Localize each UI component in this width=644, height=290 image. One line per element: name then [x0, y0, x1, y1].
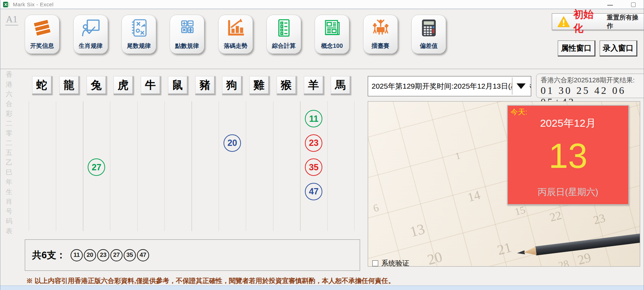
toolbar-button-zodiac-rules[interactable]: 生肖规律 — [73, 15, 108, 54]
excel-icon — [3, 1, 10, 8]
title-bar: Mark Six - Excel — [0, 0, 644, 9]
today-label: 今天: — [511, 107, 527, 117]
toolbar-label: 概念100 — [315, 42, 349, 50]
summary-prefix: 共6支： — [32, 249, 66, 261]
summary-ball: 27 — [110, 249, 123, 261]
checkbox-icon[interactable] — [372, 260, 378, 266]
toolbar-button-tail-rules[interactable]: 尾数规律 — [122, 15, 156, 54]
toolbar-button-points-rules[interactable]: 點數規律 — [170, 15, 204, 54]
presenter-board-icon — [81, 18, 101, 38]
last-result-title: 香港六合彩2025128期开奖结果: — [541, 76, 644, 85]
toolbar-button-arena[interactable]: 擂臺賽 — [363, 15, 398, 54]
toolbar-button-trend[interactable]: 落碼走勢 — [218, 15, 253, 54]
toolbar-label: 綜合計算 — [267, 42, 301, 50]
summary-box: 共6支： 11 20 23 27 35 47 — [25, 239, 360, 271]
calculator-icon — [419, 18, 439, 38]
disclaimer-text: ※ 以上内容引用香港正版六合彩資料,僅提供參考，不保證其正確性，閱覽者若用於投資… — [26, 276, 395, 285]
summary-ball: 47 — [137, 249, 149, 261]
faint-calendar-number: 29 — [576, 250, 593, 267]
toolbar-label: 生肖规律 — [74, 42, 108, 50]
zodiac-button-rooster[interactable]: 雞 — [249, 76, 270, 95]
toolbar-button-compute[interactable]: 綜合計算 — [266, 15, 301, 54]
draw-period-value: 2025年第129期开奖时间:2025年12月13日(星期六) — [372, 76, 531, 96]
faint-calendar-number: 6 — [372, 202, 380, 215]
summary-ball: 20 — [84, 249, 96, 261]
zodiac-button-rat[interactable]: 鼠 — [168, 76, 188, 95]
properties-window-button[interactable]: 属性窗口 — [558, 40, 595, 57]
faint-calendar-number: 22 — [548, 208, 563, 224]
initialize-sublabel: 重置所有操作 — [607, 13, 644, 30]
zodiac-button-rabbit[interactable]: 兔 — [87, 76, 107, 95]
faint-calendar-number: 28 — [557, 258, 570, 267]
initialize-button[interactable]: 初始化 重置所有操作 — [552, 13, 644, 30]
window-title: Mark Six - Excel — [13, 1, 53, 7]
status-bar — [0, 285, 644, 290]
chevron-down-icon[interactable] — [512, 77, 530, 95]
warning-triangle-icon — [557, 16, 570, 28]
app-window: Mark Six - Excel A1 开奖信息 生肖规律 尾数规律 點數規律 … — [0, 0, 644, 290]
system-verify-label: 系统验证 — [381, 259, 409, 267]
grid-ball: 47 — [305, 183, 322, 200]
calendar-detail: 丙辰日(星期六) — [508, 186, 628, 198]
zodiac-button-dragon[interactable]: 龍 — [59, 76, 80, 95]
zodiac-button-ox[interactable]: 牛 — [141, 76, 161, 95]
calendar-day: 13 — [508, 136, 628, 175]
last-result-panel: 香港六合彩2025128期开奖结果: 01 30 25 42 06 05+43 — [536, 74, 644, 98]
zodiac-button-tiger[interactable]: 虎 — [114, 76, 134, 95]
initialize-label: 初始化 — [573, 8, 604, 36]
summary-ball: 23 — [97, 249, 109, 261]
faint-calendar-number: 1 — [454, 150, 462, 162]
calendar-month: 2025年12月 — [508, 116, 628, 131]
zodiac-button-monkey[interactable]: 猴 — [277, 76, 297, 95]
grid-ball: 20 — [224, 134, 241, 152]
zodiac-button-snake[interactable]: 蛇 — [32, 76, 52, 95]
minimize-icon[interactable] — [607, 5, 613, 6]
toolbar-button-deviation[interactable]: 偏差值 — [411, 15, 446, 54]
faint-calendar-number: 15 — [513, 204, 527, 218]
zodiac-button-pig[interactable]: 豬 — [195, 76, 215, 95]
faint-calendar-number: 23 — [592, 211, 607, 227]
restore-icon[interactable] — [631, 2, 636, 7]
books-icon — [32, 18, 52, 38]
podium-winner-icon — [371, 18, 391, 38]
toolbar-button-concept100[interactable]: 概念100 — [315, 15, 349, 54]
grid-ball: 23 — [305, 134, 322, 152]
toolbar-label: 點數規律 — [170, 42, 204, 50]
toolbar-label: 落碼走勢 — [219, 42, 253, 50]
today-calendar-card: 今天: 2025年12月 13 丙辰日(星期六) — [507, 105, 629, 205]
system-verify-checkbox[interactable]: 系统验证 — [372, 259, 409, 267]
side-vertical-caption: 香港六合彩二零二五乙巳年生肖号码表 — [5, 70, 14, 236]
summary-ball: 11 — [71, 249, 83, 261]
toolbar-label: 开奖信息 — [25, 42, 59, 50]
checklist-icon — [274, 18, 294, 38]
faint-calendar-number: 14 — [466, 187, 482, 205]
zodiac-button-dog[interactable]: 狗 — [222, 76, 242, 95]
entry-window-button[interactable]: 录入窗口 — [600, 40, 637, 57]
toolbar-label: 尾数规律 — [122, 42, 156, 50]
zodiac-button-goat[interactable]: 羊 — [304, 76, 324, 95]
cell-reference: A1 — [5, 14, 18, 25]
playbook-icon — [129, 18, 149, 38]
faint-calendar-number: 13 — [408, 220, 427, 240]
separator-line — [0, 69, 644, 69]
toolbar-button-draw-info[interactable]: 开奖信息 — [25, 15, 59, 54]
math-operators-icon — [177, 18, 197, 38]
bar-chart-trend-icon — [226, 18, 246, 38]
faint-calendar-number: 21 — [496, 239, 513, 259]
newspaper-icon — [322, 18, 342, 38]
summary-ball: 35 — [124, 249, 136, 261]
draw-period-dropdown[interactable]: 2025年第129期开奖时间:2025年12月13日(星期六) — [368, 76, 531, 96]
toolbar-label: 偏差值 — [412, 42, 446, 50]
toolbar-label: 擂臺賽 — [364, 42, 397, 50]
calendar-panel: 13 14 20 21 15 22 23 29 6 28 1 今天: 2025年… — [368, 101, 640, 267]
faint-calendar-number: 20 — [426, 248, 444, 267]
zodiac-button-horse[interactable]: 馬 — [331, 76, 351, 95]
